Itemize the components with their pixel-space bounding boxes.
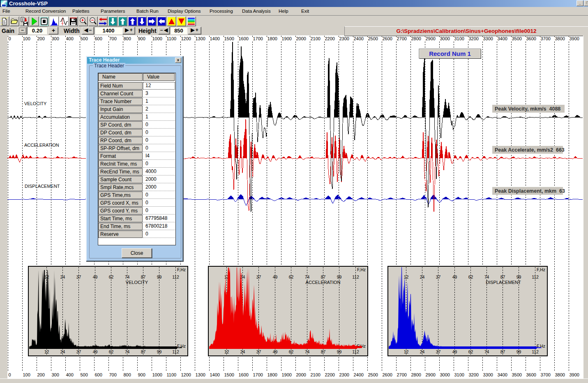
svg-text:VELOCITY: VELOCITY [126,280,148,285]
svg-text:1200: 1200 [181,372,191,377]
svg-text:74: 74 [484,349,489,354]
svg-text:F,Hz: F,Hz [537,267,545,272]
svg-text:100: 100 [23,36,30,41]
svg-text:37: 37 [76,275,81,279]
svg-text:3800: 3800 [555,372,565,377]
svg-text:74: 74 [305,349,310,354]
svg-text:1700: 1700 [253,372,263,377]
svg-text:2900: 2900 [426,372,436,377]
svg-text:1200: 1200 [181,36,191,41]
svg-text:74: 74 [484,275,489,279]
svg-text:49: 49 [273,275,278,279]
svg-text:49: 49 [452,275,457,279]
svg-text:700: 700 [109,36,117,41]
svg-text:49: 49 [273,349,278,354]
svg-text:Peak Displacement, mkm 63: Peak Displacement, mkm 63 [495,188,565,194]
svg-text:3000: 3000 [440,36,450,41]
svg-text:3900: 3900 [570,372,579,377]
svg-text:F,Hz: F,Hz [357,267,366,272]
svg-text:74: 74 [305,275,310,279]
svg-text:1700: 1700 [253,36,263,41]
svg-text:2600: 2600 [383,372,392,377]
svg-text:600: 600 [95,36,102,41]
svg-text:3300: 3300 [483,372,493,377]
svg-text:1800: 1800 [267,36,277,41]
svg-text:3400: 3400 [498,372,507,377]
svg-text:600: 600 [95,372,102,377]
svg-text:99: 99 [517,349,521,354]
svg-text:0: 0 [9,36,11,41]
svg-text:1900: 1900 [282,372,292,377]
svg-text:99: 99 [157,275,162,279]
svg-text:2300: 2300 [339,372,349,377]
svg-text:74: 74 [125,349,130,354]
svg-text:2300: 2300 [339,36,349,41]
svg-text:1800: 1800 [267,372,277,377]
svg-text:87: 87 [141,275,146,279]
svg-text:900: 900 [138,36,145,41]
svg-text:37: 37 [76,349,81,354]
svg-text:1600: 1600 [239,36,249,41]
svg-text:37: 37 [436,275,441,279]
svg-text:Peak Accelerate, mm/s2 663: Peak Accelerate, mm/s2 663 [495,147,565,153]
svg-text:12: 12 [44,349,49,354]
svg-text:87: 87 [500,275,505,279]
svg-text:2700: 2700 [397,372,407,377]
svg-text:1400: 1400 [210,36,220,41]
svg-text:800: 800 [124,36,131,41]
svg-text:1600: 1600 [239,372,249,377]
svg-text:112: 112 [352,349,359,354]
svg-text:2400: 2400 [354,36,364,41]
svg-text:12: 12 [404,349,409,354]
svg-text:1000: 1000 [152,372,162,377]
svg-text:87: 87 [141,349,146,354]
svg-text:2400: 2400 [354,372,364,377]
svg-text:1900: 1900 [282,36,292,41]
svg-text:87: 87 [500,349,505,354]
svg-text:3600: 3600 [526,372,536,377]
svg-text:2100: 2100 [311,372,321,377]
svg-text:62: 62 [109,275,114,279]
svg-text:3600: 3600 [526,36,536,41]
svg-text:62: 62 [468,349,473,354]
svg-text:1500: 1500 [224,372,234,377]
svg-text:3000: 3000 [440,372,450,377]
svg-text:ACCELERATION: ACCELERATION [24,143,59,148]
svg-text:112: 112 [532,275,539,279]
svg-text:3500: 3500 [512,36,522,41]
svg-text:24: 24 [420,349,425,354]
svg-text:Peak Velocity, mkm/s 4088: Peak Velocity, mkm/s 4088 [495,106,560,112]
svg-text:1100: 1100 [167,36,177,41]
svg-text:12: 12 [224,349,229,354]
svg-text:800: 800 [124,372,131,377]
svg-text:62: 62 [109,349,114,354]
svg-text:1100: 1100 [167,372,177,377]
svg-text:62: 62 [468,275,473,279]
svg-text:300: 300 [52,36,59,41]
svg-text:37: 37 [256,349,261,354]
svg-text:2200: 2200 [325,372,335,377]
svg-text:2500: 2500 [368,36,378,41]
svg-text:3200: 3200 [469,36,479,41]
svg-text:700: 700 [109,372,117,377]
svg-text:3800: 3800 [555,36,565,41]
svg-text:2700: 2700 [397,36,407,41]
svg-text:100: 100 [23,372,30,377]
svg-text:49: 49 [93,275,98,279]
svg-text:1300: 1300 [196,372,205,377]
svg-text:24: 24 [60,349,65,354]
svg-text:24: 24 [240,349,245,354]
svg-text:24: 24 [240,275,245,279]
svg-text:3300: 3300 [483,36,493,41]
svg-text:87: 87 [321,349,326,354]
svg-text:49: 49 [452,349,457,354]
svg-text:12: 12 [404,275,409,279]
svg-text:2800: 2800 [411,36,421,41]
svg-text:112: 112 [172,275,179,279]
svg-text:3700: 3700 [541,36,551,41]
svg-text:99: 99 [517,275,521,279]
svg-text:400: 400 [66,372,74,377]
svg-text:2000: 2000 [296,36,306,41]
svg-text:24: 24 [420,275,425,279]
svg-text:200: 200 [37,36,45,41]
